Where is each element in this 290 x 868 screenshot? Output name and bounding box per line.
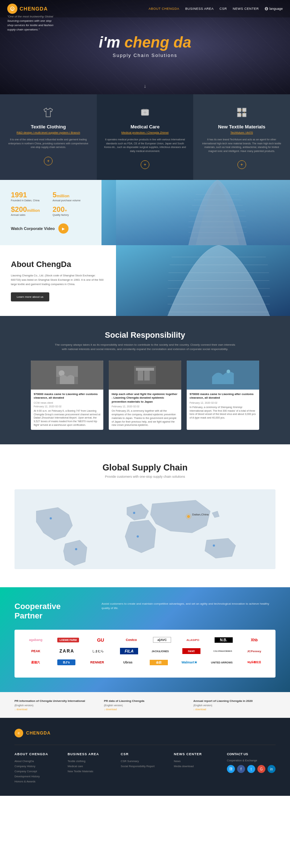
download-link-0[interactable]: ↓ download <box>14 708 97 711</box>
footer-col-csr: CSR CSR Summary Social Responsibility Re… <box>121 752 163 785</box>
hero-title-chengda: cheng da <box>124 34 191 51</box>
twitter-icon[interactable]: t <box>247 765 255 773</box>
logo-icon: C <box>7 4 17 14</box>
hero-scroll-arrow[interactable]: ↓ <box>144 83 146 89</box>
download-sublabel-2: (English version) <box>193 704 276 707</box>
service-btn-clothing[interactable]: + <box>44 157 53 165</box>
stat-founded: 1991 Founded in Dalian, China <box>11 191 49 202</box>
download-link-2[interactable]: ↓ download <box>193 708 276 711</box>
news-image-0 <box>31 361 103 390</box>
news-grid: 970000 masks came to Liaoning after cust… <box>14 361 276 430</box>
stat-purchase: 5million Annual purchase volume <box>53 191 91 202</box>
service-title-medical: Medical Care <box>104 124 186 129</box>
partner-nb: N.B. <box>215 637 233 643</box>
news-date-2: February 12, 2020 02:02 <box>190 402 256 404</box>
footer-link-business-1[interactable]: Medical care <box>68 765 110 768</box>
hero-title-im: i'm <box>99 34 124 51</box>
global-supply-subtitle: Provide customers with one-stop supply c… <box>14 475 276 478</box>
service-btn-medical[interactable]: + <box>141 160 149 169</box>
news-content-0: 970000 masks came to Liaoning after cust… <box>31 390 103 430</box>
about-section: About ChengDa Liaoning Chengda Co., Ltd.… <box>0 245 290 316</box>
svg-text:Dalian,China: Dalian,China <box>192 513 209 516</box>
service-icon-textile <box>235 105 249 120</box>
footer-link-business-0[interactable]: Textile clothing <box>68 760 110 763</box>
partner-walmart: Walmart★ <box>180 661 198 664</box>
logo-text: CHENGDA <box>20 6 48 12</box>
social-responsibility-section: Social Responsibility The company always… <box>0 316 290 444</box>
download-item-2: Annual report of Liaoning Chengda in 202… <box>193 699 276 711</box>
footer-link-about-2[interactable]: Company Concept <box>14 770 57 773</box>
weibo-icon[interactable]: 微 <box>227 765 235 773</box>
stat-purchase-number: 5million <box>53 191 91 199</box>
logo[interactable]: C CHENGDA <box>7 4 48 14</box>
nav-about[interactable]: ABOUT CHENGDA <box>149 7 179 11</box>
play-button[interactable]: ▶ <box>58 223 69 234</box>
footer-link-csr-0[interactable]: CSR Summary <box>121 760 163 763</box>
language-switcher[interactable]: language <box>265 7 283 11</box>
footer-link-news-0[interactable]: News <box>174 760 216 763</box>
cooperative-title: Cooperative Partner <box>14 602 87 621</box>
facebook-icon[interactable]: f <box>237 765 245 773</box>
watch-video: Watch Corporate Video ▶ <box>11 223 91 234</box>
footer-link-business-2[interactable]: New Textile Materials <box>68 770 110 773</box>
news-date-0: February 12, 2020 02:02 <box>34 405 100 408</box>
global-supply-section: Global Supply Chain Provide customers wi… <box>0 444 290 587</box>
cooperative-desc: Assist customers to create and maintain … <box>102 602 276 621</box>
footer-link-about-4[interactable]: Honors & Awards <box>14 780 57 783</box>
download-link-1[interactable]: ↓ download <box>104 708 186 711</box>
hero-subtitle: Supply Chain Solutions <box>72 53 218 58</box>
svg-rect-8 <box>237 108 241 112</box>
about-right-image <box>116 245 290 316</box>
svg-rect-11 <box>243 113 246 117</box>
nav-business[interactable]: BUSINESS AREA <box>185 7 214 11</box>
stat-factory-label: Quality factory <box>53 214 91 216</box>
news-date-1: February 12, 2020 02:02 <box>112 405 178 408</box>
learn-more-button[interactable]: Learn more about us <box>11 292 49 301</box>
service-title-textile: New Textile Materials <box>200 124 283 129</box>
service-btn-textile[interactable]: + <box>237 160 246 169</box>
footer-col-news: NEWS CENTER News Media download <box>174 752 216 785</box>
footer-contact-item-0[interactable]: Cooperation & Exchange <box>227 759 276 762</box>
footer-link-about-0[interactable]: About ChengDa <box>14 760 57 763</box>
news-content-1: Help each other and fight the epidemic t… <box>109 390 181 430</box>
stat-sales-number: $200million <box>11 205 49 214</box>
service-icon-medical <box>138 105 152 120</box>
linkedin-icon[interactable]: in <box>268 765 276 773</box>
partner-gu: GU <box>91 637 109 643</box>
service-subtitle-medical: Medical protection / Chengda Zhimei <box>104 131 186 134</box>
stats-grid: 1991 Founded in Dalian, China 5million A… <box>11 191 91 216</box>
svg-point-49 <box>75 548 77 550</box>
svg-text:C: C <box>11 8 13 11</box>
news-card-2: 970000 masks came to Liaoning after cust… <box>187 361 259 430</box>
footer-link-about-1[interactable]: Company History <box>14 765 57 768</box>
download-sublabel-0: (English version) <box>14 704 97 707</box>
partner-xingqiliu: 星期六 <box>26 661 45 665</box>
news-title-1: Help each other and fight the epidemic t… <box>112 392 178 404</box>
news-title-0: 970000 masks came to Liaoning after cust… <box>34 392 100 400</box>
footer-columns: ABOUT CHENGDA About ChengDa Company Hist… <box>14 752 276 785</box>
service-icon-clothing <box>41 105 55 120</box>
download-label-0: PR information of Chengda University Int… <box>14 699 97 703</box>
service-title-clothing: Textile Clothing <box>7 124 90 129</box>
partner-costco: Costco <box>122 638 140 642</box>
svg-rect-39 <box>138 370 143 380</box>
about-desc: Liaoning Chengda Co., Ltd. (Stock code o… <box>11 273 105 287</box>
partner-row-3: 星期六 BJ's RENNER Ubras 金纺 Walmart★ UNITED… <box>22 659 268 665</box>
stats-section: 1991 Founded in Dalian, China 5million A… <box>0 180 290 245</box>
svg-point-48 <box>50 517 52 519</box>
google-icon[interactable]: G <box>257 765 265 773</box>
partner-alasipo: ALASIPO <box>184 638 202 642</box>
stat-factory-number: 200+ <box>53 205 91 214</box>
header: C CHENGDA ABOUT CHENGDA BUSINESS AREA CS… <box>0 0 290 17</box>
nav-csr[interactable]: CSR <box>219 7 227 11</box>
partner-xhb: Xhb <box>245 638 264 642</box>
footer-link-news-1[interactable]: Media download <box>174 765 216 768</box>
stats-right-building <box>102 180 290 245</box>
partner-fila: FILA <box>120 648 138 654</box>
footer-link-csr-1[interactable]: Social Responsibility Report <box>121 765 163 768</box>
svg-point-51 <box>137 535 139 538</box>
footer-link-about-3[interactable]: Development History <box>14 775 57 778</box>
footer-col-business: BUSINESS AREA Textile clothing Medical c… <box>68 752 110 785</box>
nav-news[interactable]: NEWS CENTER <box>233 7 259 11</box>
about-left: About ChengDa Liaoning Chengda Co., Ltd.… <box>0 245 116 316</box>
